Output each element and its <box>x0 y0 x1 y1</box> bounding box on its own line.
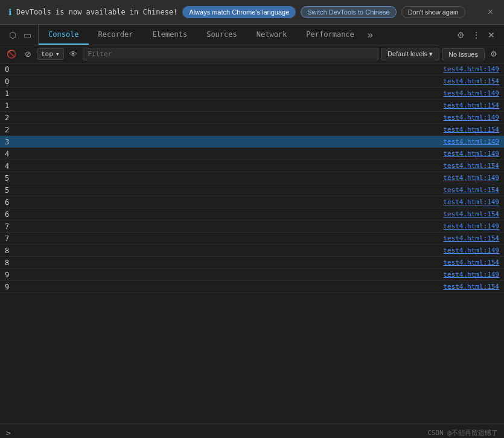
log-value: 5 <box>5 174 9 182</box>
bottom-bar: > CSDN @不能再留遗憾了 <box>0 424 504 438</box>
log-row[interactable]: 8test4.html:154 <box>0 257 504 269</box>
console-settings-icon[interactable]: ⚙ <box>487 48 500 60</box>
console-toolbar: 🚫 ⊘ top ▾ 👁 Default levels ▾ No Issues ⚙ <box>0 45 504 63</box>
log-link[interactable]: test4.html:154 <box>443 283 499 291</box>
notification-close-button[interactable]: × <box>485 7 496 18</box>
log-link[interactable]: test4.html:149 <box>443 138 499 146</box>
log-value: 1 <box>5 101 9 110</box>
tab-bar: ⬡ ▭ Console Recorder Elements Sources Ne… <box>0 25 504 45</box>
switch-chinese-button[interactable]: Switch DevTools to Chinese <box>301 6 396 18</box>
log-link[interactable]: test4.html:154 <box>443 162 499 170</box>
log-row[interactable]: 4test4.html:154 <box>0 160 504 172</box>
log-value: 9 <box>5 283 9 291</box>
log-value: 7 <box>5 234 9 243</box>
log-value: 8 <box>5 246 9 255</box>
log-row[interactable]: 3test4.html:149 <box>0 136 504 148</box>
log-value: 5 <box>5 186 9 195</box>
log-link[interactable]: test4.html:149 <box>443 271 499 279</box>
log-value: 2 <box>5 126 9 134</box>
log-link[interactable]: test4.html:149 <box>443 114 499 121</box>
log-row[interactable]: 7test4.html:149 <box>0 221 504 233</box>
log-link[interactable]: test4.html:149 <box>443 174 499 182</box>
settings-gear-icon[interactable]: ⚙ <box>454 28 468 42</box>
watermark-text: CSDN @不能再留遗憾了 <box>427 428 498 437</box>
tab-overflow-button[interactable]: » <box>364 25 377 45</box>
log-link[interactable]: test4.html:154 <box>443 234 499 242</box>
log-row[interactable]: 2test4.html:149 <box>0 112 504 124</box>
no-issues-button[interactable]: No Issues <box>442 48 485 60</box>
tab-sources[interactable]: Sources <box>197 25 247 45</box>
log-value: 9 <box>5 271 9 279</box>
console-prompt[interactable]: > <box>6 428 11 437</box>
log-row[interactable]: 4test4.html:149 <box>0 148 504 160</box>
main-tabs: Console Recorder Elements Sources Networ… <box>39 25 450 45</box>
notification-message: DevTools is now available in Chinese! <box>16 8 177 16</box>
log-value: 4 <box>5 162 9 170</box>
default-levels-button[interactable]: Default levels ▾ <box>381 48 439 60</box>
block-button[interactable]: ⊘ <box>22 48 34 60</box>
log-link[interactable]: test4.html:149 <box>443 246 499 254</box>
log-value: 2 <box>5 114 9 122</box>
filter-input[interactable] <box>83 48 378 60</box>
tab-console[interactable]: Console <box>39 25 89 45</box>
context-selector[interactable]: top ▾ <box>37 48 64 60</box>
notification-bar: ℹ DevTools is now available in Chinese! … <box>0 0 504 25</box>
log-link[interactable]: test4.html:149 <box>443 222 499 230</box>
devtools-icon-group: ⬡ ▭ <box>2 25 39 45</box>
clear-console-button[interactable]: 🚫 <box>4 48 19 60</box>
inspect-icon[interactable]: ⬡ <box>6 28 19 42</box>
log-link[interactable]: test4.html:149 <box>443 150 499 158</box>
log-value: 7 <box>5 222 9 231</box>
log-row[interactable]: 0test4.html:149 <box>0 63 504 76</box>
tab-recorder[interactable]: Recorder <box>89 25 143 45</box>
tab-elements[interactable]: Elements <box>142 25 197 45</box>
tab-performance[interactable]: Performance <box>296 25 363 45</box>
device-icon[interactable]: ▭ <box>21 28 34 42</box>
log-row[interactable]: 1test4.html:154 <box>0 100 504 112</box>
eye-icon[interactable]: 👁 <box>66 48 80 60</box>
log-value: 3 <box>5 138 9 146</box>
log-value: 6 <box>5 210 9 219</box>
dont-show-again-button[interactable]: Don't show again <box>401 6 465 18</box>
log-link[interactable]: test4.html:154 <box>443 126 499 134</box>
match-language-button[interactable]: Always match Chrome's language <box>182 6 296 18</box>
log-link[interactable]: test4.html:154 <box>443 259 499 266</box>
log-row[interactable]: 7test4.html:154 <box>0 233 504 245</box>
log-value: 6 <box>5 198 9 207</box>
log-value: 0 <box>5 65 9 74</box>
log-link[interactable]: test4.html:154 <box>443 186 499 194</box>
log-value: 0 <box>5 77 9 86</box>
log-row[interactable]: 6test4.html:149 <box>0 196 504 208</box>
log-link[interactable]: test4.html:154 <box>443 210 499 218</box>
log-link[interactable]: test4.html:154 <box>443 77 499 85</box>
log-row[interactable]: 5test4.html:154 <box>0 184 504 196</box>
more-options-icon[interactable]: ⋮ <box>469 28 483 42</box>
log-value: 1 <box>5 89 9 98</box>
log-link[interactable]: test4.html:149 <box>443 89 499 97</box>
tab-network[interactable]: Network <box>247 25 297 45</box>
tab-bar-right-icons: ⚙ ⋮ ✕ <box>450 28 502 42</box>
log-row[interactable]: 2test4.html:154 <box>0 124 504 136</box>
log-value: 8 <box>5 259 9 267</box>
log-value: 4 <box>5 150 9 158</box>
log-row[interactable]: 0test4.html:154 <box>0 76 504 88</box>
log-row[interactable]: 8test4.html:149 <box>0 245 504 257</box>
log-link[interactable]: test4.html:149 <box>443 198 499 206</box>
info-icon: ℹ <box>8 7 11 17</box>
log-row[interactable]: 5test4.html:149 <box>0 172 504 184</box>
log-link[interactable]: test4.html:154 <box>443 101 499 109</box>
log-row[interactable]: 9test4.html:149 <box>0 269 504 281</box>
log-row[interactable]: 6test4.html:154 <box>0 208 504 221</box>
log-link[interactable]: test4.html:149 <box>443 65 499 73</box>
close-devtools-button[interactable]: ✕ <box>485 28 498 42</box>
log-row[interactable]: 1test4.html:149 <box>0 88 504 100</box>
log-row[interactable]: 9test4.html:154 <box>0 281 504 293</box>
console-log-area: 0test4.html:1490test4.html:1541test4.htm… <box>0 63 504 424</box>
